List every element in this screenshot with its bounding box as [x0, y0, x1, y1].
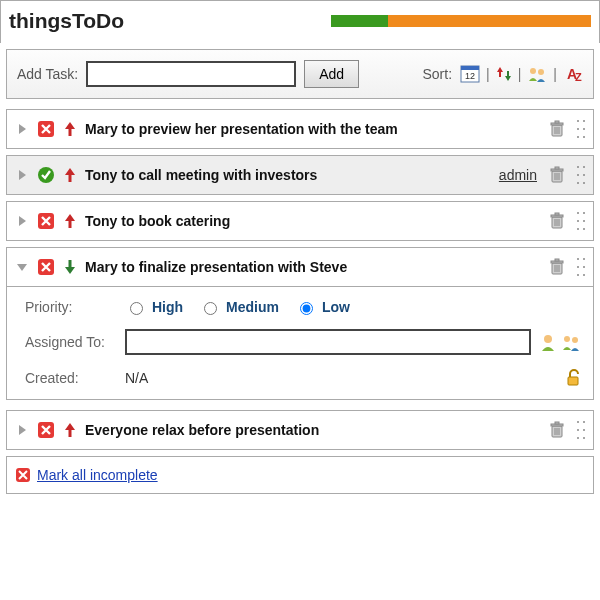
svg-point-43	[572, 337, 578, 343]
sort-date-icon[interactable]: 12	[460, 65, 480, 83]
assigned-label: Assigned To:	[25, 334, 125, 350]
task-row[interactable]: Tony to book catering	[6, 201, 594, 241]
disclosure-icon[interactable]	[15, 168, 29, 182]
svg-rect-13	[555, 121, 559, 123]
add-task-input[interactable]	[86, 61, 296, 87]
svg-rect-1	[461, 66, 479, 70]
task-row[interactable]: Mary to finalize presentation with Steve	[6, 247, 594, 287]
drag-handle-icon[interactable]	[577, 421, 585, 439]
mark-all-incomplete-link[interactable]: Mark all incomplete	[37, 467, 158, 483]
delete-icon[interactable]	[549, 258, 565, 276]
task-title: Mary to finalize presentation with Steve	[85, 259, 541, 275]
priority-medium-radio[interactable]: Medium	[199, 299, 279, 315]
svg-rect-4	[507, 71, 509, 76]
incomplete-icon[interactable]	[37, 421, 55, 439]
task-details: Priority:HighMediumLowAssigned To:Create…	[6, 287, 594, 400]
people-icon[interactable]	[561, 333, 581, 351]
svg-rect-10	[69, 128, 72, 136]
delete-icon[interactable]	[549, 166, 565, 184]
incomplete-icon	[15, 467, 31, 483]
svg-point-41	[544, 335, 552, 343]
svg-rect-26	[69, 220, 72, 228]
svg-rect-3	[499, 72, 501, 77]
svg-rect-49	[555, 422, 559, 424]
sort-assignee-icon[interactable]	[527, 65, 547, 83]
priority-up-icon[interactable]	[63, 166, 77, 184]
priority-up-icon[interactable]	[63, 212, 77, 230]
task-title: Tony to call meeting with investors	[85, 167, 491, 183]
add-task-button[interactable]: Add	[304, 60, 359, 88]
priority-low-radio[interactable]: Low	[295, 299, 350, 315]
svg-point-6	[538, 69, 544, 75]
assigned-to-input[interactable]	[125, 329, 531, 355]
add-task-label: Add Task:	[17, 66, 78, 82]
sort-icons: 12 | | | AZ	[460, 65, 583, 83]
footer: Mark all incomplete	[6, 456, 594, 494]
drag-handle-icon[interactable]	[577, 212, 585, 230]
disclosure-icon[interactable]	[15, 214, 29, 228]
priority-label: Priority:	[25, 299, 125, 315]
created-value: N/A	[125, 370, 531, 386]
sort-label: Sort:	[423, 66, 453, 82]
created-label: Created:	[25, 370, 125, 386]
task-owner[interactable]: admin	[499, 167, 537, 183]
task-title: Tony to book catering	[85, 213, 541, 229]
svg-rect-37	[555, 259, 559, 261]
drag-handle-icon[interactable]	[577, 166, 585, 184]
delete-icon[interactable]	[549, 120, 565, 138]
incomplete-icon[interactable]	[37, 212, 55, 230]
priority-up-icon[interactable]	[63, 120, 77, 138]
svg-text:Z: Z	[575, 71, 582, 83]
svg-text:12: 12	[465, 71, 475, 81]
task-title: Everyone relax before presentation	[85, 422, 541, 438]
complete-icon[interactable]	[37, 166, 55, 184]
delete-icon[interactable]	[549, 421, 565, 439]
progress-remaining	[388, 15, 591, 27]
svg-rect-34	[69, 260, 72, 268]
titlebar: thingsToDo	[0, 0, 600, 43]
task-row[interactable]: Mary to preview her presentation with th…	[6, 109, 594, 149]
progress-done	[331, 15, 388, 27]
svg-rect-21	[555, 167, 559, 169]
progress-bar	[331, 15, 591, 27]
task-row[interactable]: Everyone relax before presentation	[6, 410, 594, 450]
disclosure-icon[interactable]	[15, 122, 29, 136]
delete-icon[interactable]	[549, 212, 565, 230]
sort-alpha-icon[interactable]: AZ	[563, 65, 583, 83]
drag-handle-icon[interactable]	[577, 120, 585, 138]
incomplete-icon[interactable]	[37, 258, 55, 276]
priority-up-icon[interactable]	[63, 421, 77, 439]
disclosure-icon[interactable]	[15, 423, 29, 437]
task-row[interactable]: Tony to call meeting with investorsadmin	[6, 155, 594, 195]
unlock-icon[interactable]	[565, 369, 581, 387]
priority-down-icon[interactable]	[63, 258, 77, 276]
drag-handle-icon[interactable]	[577, 258, 585, 276]
svg-rect-29	[555, 213, 559, 215]
svg-point-5	[530, 68, 536, 74]
priority-high-radio[interactable]: High	[125, 299, 183, 315]
priority-options: HighMediumLow	[125, 299, 531, 315]
disclosure-icon[interactable]	[15, 260, 29, 274]
app-title: thingsToDo	[9, 9, 331, 33]
add-sort-bar: Add Task: Add Sort: 12 | | | AZ	[6, 49, 594, 99]
incomplete-icon[interactable]	[37, 120, 55, 138]
task-title: Mary to preview her presentation with th…	[85, 121, 541, 137]
svg-point-42	[564, 336, 570, 342]
svg-rect-46	[69, 429, 72, 437]
person-icon[interactable]	[539, 333, 557, 351]
svg-rect-44	[568, 377, 578, 385]
sort-priority-icon[interactable]	[496, 65, 512, 83]
svg-rect-18	[69, 174, 72, 182]
